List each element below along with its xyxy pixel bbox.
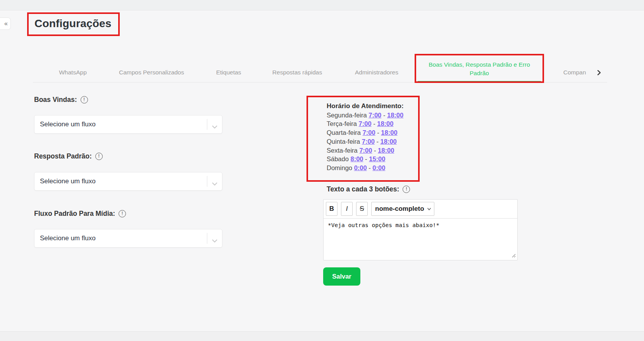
time-separator: - <box>383 112 386 119</box>
schedule-day: Terça-feira <box>327 120 357 127</box>
field-label-text: Boas Vindas: <box>34 96 77 104</box>
field-label-text: Fluxo Padrão Para Mídia: <box>34 210 115 218</box>
variable-select[interactable]: nome-completo <box>371 202 434 216</box>
start-time-link[interactable]: 8:00 <box>350 155 363 162</box>
rich-text-editor: B I S nome-completo *Veja outras opções … <box>323 199 518 260</box>
editor-toolbar: B I S nome-completo <box>324 200 517 219</box>
tab-respostas-rapidas[interactable]: Respostas rápidas <box>272 69 322 76</box>
select-value: Selecione um fluxo <box>40 229 96 247</box>
sidebar-collapse-button[interactable]: « <box>0 17 11 30</box>
time-separator: - <box>376 138 379 145</box>
tab-etiquetas[interactable]: Etiquetas <box>216 69 241 76</box>
tab-whatsapp[interactable]: WhatsApp <box>59 69 87 76</box>
info-icon[interactable]: ! <box>403 186 410 193</box>
exclamation-glyph: ! <box>406 187 407 192</box>
time-separator: - <box>377 129 379 136</box>
collapse-chevrons-icon: « <box>4 20 8 27</box>
time-separator: - <box>365 155 367 162</box>
start-time-link[interactable]: 7:00 <box>368 112 381 119</box>
start-time-link[interactable]: 7:00 <box>359 120 372 127</box>
schedule-block: Horário de Atendimento: Segunda-feira 7:… <box>327 102 404 172</box>
tabs-scroll-right-button[interactable] <box>596 70 602 77</box>
exclamation-glyph: ! <box>122 211 123 216</box>
chevron-down-icon <box>212 237 218 244</box>
schedule-row-thursday: Quinta-feira 7:00 - 18:00 <box>327 137 404 146</box>
select-value: Selecione um fluxo <box>40 115 96 133</box>
fluxo-midia-flow-select[interactable]: Selecione um fluxo <box>34 229 222 248</box>
schedule-day: Domingo <box>327 164 352 171</box>
tab-administradores[interactable]: Administradores <box>355 69 398 76</box>
time-separator: - <box>368 164 371 171</box>
select-value: Selecione um fluxo <box>40 172 96 190</box>
select-divider <box>207 233 207 244</box>
annotation-box-active-tab <box>415 54 544 83</box>
field-label-text: Resposta Padrão: <box>34 152 92 160</box>
bold-button[interactable]: B <box>326 202 337 216</box>
schedule-day: Quinta-feira <box>327 138 360 145</box>
time-separator: - <box>374 147 376 154</box>
end-time-link[interactable]: 18:00 <box>378 147 394 154</box>
time-separator: - <box>373 120 375 127</box>
fluxo-midia-field-label: Fluxo Padrão Para Mídia: ! <box>34 210 126 218</box>
texto-3-botoes-label: Texto a cada 3 botões: ! <box>327 185 410 193</box>
boas-vindas-flow-select[interactable]: Selecione um fluxo <box>34 115 222 134</box>
end-time-link[interactable]: 15:00 <box>369 155 385 162</box>
info-icon[interactable]: ! <box>95 153 103 160</box>
start-time-link[interactable]: 7:00 <box>359 147 372 154</box>
start-time-link[interactable]: 7:00 <box>363 129 375 136</box>
end-time-link[interactable]: 0:00 <box>372 164 385 171</box>
end-time-link[interactable]: 18:00 <box>377 120 393 127</box>
resposta-padrao-field-label: Resposta Padrão: ! <box>34 152 103 160</box>
schedule-day: Quarta-feira <box>327 129 361 136</box>
schedule-row-sunday: Domingo 0:00 - 0:00 <box>327 164 404 172</box>
message-textarea[interactable]: *Veja outras opções mais abaixo!* <box>324 219 517 260</box>
schedule-row-tuesday: Terça-feira 7:00 - 18:00 <box>327 119 404 128</box>
page-title: Configurações <box>34 17 112 30</box>
chevron-down-icon <box>427 208 431 210</box>
schedule-row-monday: Segunda-feira 7:00 - 18:00 <box>327 111 404 120</box>
schedule-row-saturday: Sábado 8:00 - 15:00 <box>327 155 404 164</box>
chevron-right-icon <box>596 70 602 76</box>
schedule-row-wednesday: Quarta-feira 7:00 - 18:00 <box>327 128 404 137</box>
select-divider <box>207 176 207 187</box>
chevron-down-icon <box>212 180 218 187</box>
end-time-link[interactable]: 18:00 <box>381 138 397 145</box>
schedule-title: Horário de Atendimento: <box>327 102 404 111</box>
select-divider <box>207 119 207 130</box>
chevron-down-icon <box>212 123 218 130</box>
resize-handle[interactable] <box>511 253 516 259</box>
top-strip <box>0 0 644 10</box>
info-icon[interactable]: ! <box>119 210 126 217</box>
schedule-day: Sábado <box>327 155 349 162</box>
save-button[interactable]: Salvar <box>323 267 360 286</box>
textarea-content: *Veja outras opções mais abaixo!* <box>328 222 439 228</box>
end-time-link[interactable]: 18:00 <box>381 129 397 136</box>
boas-vindas-field-label: Boas Vindas: ! <box>34 96 88 104</box>
tab-campos-personalizados[interactable]: Campos Personalizados <box>119 69 184 76</box>
exclamation-glyph: ! <box>98 154 100 159</box>
resposta-padrao-flow-select[interactable]: Selecione um fluxo <box>34 172 222 191</box>
tab-compan-truncated[interactable]: Compan <box>563 69 586 76</box>
strikethrough-button[interactable]: S <box>356 202 368 216</box>
italic-button[interactable]: I <box>341 202 353 216</box>
field-label-text: Texto a cada 3 botões: <box>327 185 399 193</box>
schedule-row-friday: Sexta-feira 7:00 - 18:00 <box>327 146 404 155</box>
schedule-day: Segunda-feira <box>327 112 367 119</box>
info-icon[interactable]: ! <box>81 96 88 103</box>
annotation-box-title: Configurações <box>27 12 120 36</box>
variable-select-value: nome-completo <box>375 205 424 213</box>
end-time-link[interactable]: 18:00 <box>387 112 403 119</box>
start-time-link[interactable]: 0:00 <box>354 164 367 171</box>
start-time-link[interactable]: 7:00 <box>362 138 375 145</box>
footer-area <box>0 332 644 341</box>
settings-page: « Configurações WhatsApp Campos Personal… <box>0 0 644 341</box>
exclamation-glyph: ! <box>83 97 84 102</box>
schedule-day: Sexta-feira <box>327 147 358 154</box>
